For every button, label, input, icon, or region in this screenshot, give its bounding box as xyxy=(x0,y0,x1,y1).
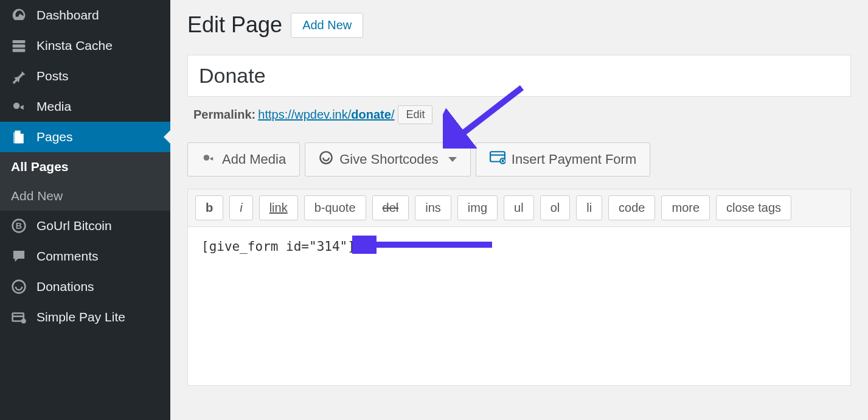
sidebar-item-label: Dashboard xyxy=(36,8,99,23)
give-icon xyxy=(319,150,333,169)
editor-content: [give_form id="314"] xyxy=(201,239,355,254)
permalink-slug: donate xyxy=(351,108,391,121)
sidebar-item-comments[interactable]: Comments xyxy=(0,241,170,271)
add-media-label: Add Media xyxy=(222,152,286,167)
give-shortcodes-label: Give Shortcodes xyxy=(339,152,439,167)
card-lock-icon xyxy=(10,309,28,325)
svg-text:B: B xyxy=(16,221,22,231)
sidebar-submenu-pages: All Pages Add New xyxy=(0,152,170,211)
svg-point-7 xyxy=(13,281,26,293)
add-media-button[interactable]: Add Media xyxy=(187,142,300,177)
admin-sidebar: Dashboard Kinsta Cache Posts Media Pages… xyxy=(0,0,170,420)
sidebar-item-simple-pay-lite[interactable]: Simple Pay Lite xyxy=(0,302,170,332)
svg-point-10 xyxy=(21,319,26,324)
permalink-row: Permalink: https://wpdev.ink/donate/ Edi… xyxy=(187,105,851,124)
pin-icon xyxy=(10,68,28,84)
qt-bquote[interactable]: b-quote xyxy=(304,195,366,220)
permalink-trail: / xyxy=(391,108,395,121)
svg-point-12 xyxy=(321,152,332,163)
svg-point-3 xyxy=(13,103,19,109)
svg-rect-2 xyxy=(13,49,26,52)
server-icon xyxy=(10,38,28,54)
page-header: Edit Page Add New xyxy=(187,12,851,38)
svg-rect-0 xyxy=(13,40,26,43)
sidebar-item-dashboard[interactable]: Dashboard xyxy=(0,0,170,30)
bitcoin-icon: B xyxy=(10,218,28,234)
editor-panel: b i link b-quote del ins img ul ol li co… xyxy=(187,189,851,386)
sidebar-item-label: Media xyxy=(36,99,71,114)
pages-icon xyxy=(10,129,28,145)
qt-bold[interactable]: b xyxy=(195,195,223,220)
donations-icon xyxy=(10,279,28,295)
edit-permalink-button[interactable]: Edit xyxy=(398,105,432,124)
sidebar-item-donations[interactable]: Donations xyxy=(0,271,170,302)
chevron-down-icon xyxy=(448,157,457,162)
sidebar-item-kinsta-cache[interactable]: Kinsta Cache xyxy=(0,30,170,61)
sidebar-item-label: Kinsta Cache xyxy=(36,38,113,53)
svg-rect-16 xyxy=(502,159,504,162)
post-title-input[interactable] xyxy=(187,55,851,97)
sidebar-sub-add-new[interactable]: Add New xyxy=(0,181,170,211)
add-new-button[interactable]: Add New xyxy=(291,13,363,38)
camera-icon xyxy=(201,150,216,169)
page-title: Edit Page xyxy=(187,12,282,38)
qt-ins[interactable]: ins xyxy=(415,195,451,220)
svg-rect-4 xyxy=(13,132,21,143)
qt-ul[interactable]: ul xyxy=(504,195,534,220)
sidebar-item-label: Posts xyxy=(36,69,69,83)
insert-payment-label: Insert Payment Form xyxy=(512,152,636,167)
sidebar-item-pages[interactable]: Pages xyxy=(0,122,170,152)
sidebar-item-media[interactable]: Media xyxy=(0,91,170,122)
quicktags-row: b i link b-quote del ins img ul ol li co… xyxy=(188,189,850,227)
insert-payment-form-button[interactable]: Insert Payment Form xyxy=(476,142,650,177)
sidebar-item-posts[interactable]: Posts xyxy=(0,61,170,91)
sidebar-item-label: Donations xyxy=(36,279,94,294)
give-shortcodes-button[interactable]: Give Shortcodes xyxy=(305,142,471,177)
sidebar-sub-all-pages[interactable]: All Pages xyxy=(0,152,170,181)
media-icon xyxy=(10,99,28,114)
sidebar-item-label: GoUrl Bitcoin xyxy=(36,219,112,233)
editor-toolbar: Add Media Give Shortcodes Insert Payment… xyxy=(187,142,851,177)
annotation-arrow-bottom xyxy=(352,236,498,254)
sidebar-item-label: Simple Pay Lite xyxy=(36,310,125,324)
qt-more[interactable]: more xyxy=(661,195,710,220)
qt-ol[interactable]: ol xyxy=(540,195,571,220)
editor-body[interactable]: [give_form id="314"] xyxy=(188,227,850,385)
qt-del[interactable]: del xyxy=(372,195,409,220)
qt-img[interactable]: img xyxy=(457,195,498,220)
permalink-label: Permalink: xyxy=(193,108,255,122)
sidebar-item-label: Pages xyxy=(36,130,73,144)
qt-italic[interactable]: i xyxy=(229,195,252,220)
sidebar-item-gourl-bitcoin[interactable]: B GoUrl Bitcoin xyxy=(0,211,170,241)
payment-form-icon xyxy=(490,151,505,168)
qt-close[interactable]: close tags xyxy=(716,195,791,220)
main-content: Edit Page Add New Permalink: https://wpd… xyxy=(170,0,868,420)
permalink-base: https://wpdev.ink/ xyxy=(258,108,351,121)
permalink-link[interactable]: https://wpdev.ink/donate/ xyxy=(258,108,394,122)
svg-point-11 xyxy=(204,155,210,161)
svg-rect-9 xyxy=(13,315,24,317)
gauge-icon xyxy=(10,7,28,23)
svg-rect-1 xyxy=(13,44,26,47)
qt-li[interactable]: li xyxy=(576,195,602,220)
comment-icon xyxy=(10,248,28,264)
qt-link[interactable]: link xyxy=(259,195,298,220)
sidebar-item-label: Comments xyxy=(36,249,99,264)
qt-code[interactable]: code xyxy=(608,195,655,220)
